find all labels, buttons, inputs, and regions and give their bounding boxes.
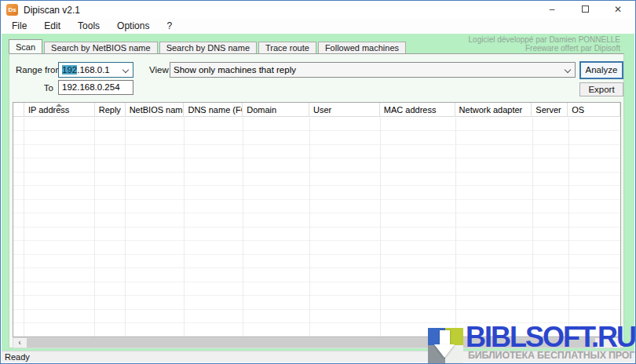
grid-column-line — [380, 118, 381, 337]
menu-item-help[interactable]: ? — [158, 18, 181, 34]
menu-item-tools[interactable]: Tools — [69, 18, 108, 34]
view-dropdown[interactable]: Show only machines that reply — [170, 62, 576, 78]
column-header-network-adapter[interactable]: Network adapter — [455, 103, 532, 117]
scroll-left-icon: ‹ — [18, 337, 21, 347]
to-input[interactable]: 192.168.0.254 — [58, 80, 133, 95]
column-header-mac-address[interactable]: MAC address — [380, 103, 455, 117]
download-arrow-icon — [440, 330, 450, 344]
app-window: Ds Dipiscan v2.1 – ✕ FileEditToolsOption… — [0, 0, 636, 364]
range-from-input[interactable]: 192.168.0.1 — [58, 62, 133, 78]
grid-column-line — [532, 118, 533, 337]
grid-column-line — [24, 118, 24, 337]
tab-search-by-dns-name[interactable]: Search by DNS name — [159, 42, 257, 53]
column-header-server[interactable]: Server — [532, 103, 568, 117]
close-button[interactable]: ✕ — [601, 2, 634, 18]
grid-column-line — [309, 118, 310, 337]
table-body — [13, 118, 620, 337]
grid-column-line — [94, 118, 95, 337]
analyze-button[interactable]: Analyze — [579, 61, 623, 79]
grid-column-line — [125, 118, 126, 337]
column-header-os[interactable]: OS — [568, 103, 620, 117]
app-icon: Ds — [6, 4, 18, 16]
watermark: BIBLSOFT.RU БИБЛИОТЕКА БЕСПЛАТНЫХ ПРОГРА… — [426, 324, 636, 364]
table-header-row: IP addressReplyNetBIOS nameDNS name (FQD… — [13, 103, 620, 117]
range-from-rest-text: .168.0.1 — [77, 65, 110, 75]
menu-item-file[interactable]: File — [3, 18, 35, 34]
menu-bar: FileEditToolsOptions? — [2, 18, 634, 34]
title-bar[interactable]: Ds Dipiscan v2.1 – ✕ — [2, 2, 634, 18]
tab-search-by-netbios-name[interactable]: Search by NetBIOS name — [44, 42, 158, 53]
tab-followed-machines[interactable]: Followed machines — [318, 42, 406, 53]
range-from-label: Range from — [16, 62, 63, 78]
credits-text: Logiciel développé par Damien PONNELLE F… — [469, 35, 620, 53]
chevron-down-icon — [565, 67, 571, 73]
menu-item-edit[interactable]: Edit — [35, 18, 69, 34]
maximize-icon — [582, 5, 589, 13]
sort-ascending-icon — [56, 104, 62, 107]
grid-column-line — [184, 118, 185, 337]
credits-line1: Logiciel développé par Damien PONNELLE — [469, 35, 620, 44]
watermark-title: BIBLSOFT.RU — [466, 321, 635, 354]
export-button[interactable]: Export — [579, 82, 623, 96]
watermark-subtitle: БИБЛИОТЕКА БЕСПЛАТНЫХ ПРОГРАММ — [468, 350, 636, 361]
to-value: 192.168.0.254 — [62, 81, 120, 94]
status-text: Ready — [5, 352, 30, 362]
column-header-user[interactable]: User — [309, 103, 380, 117]
to-label: To — [31, 80, 53, 96]
scan-tab-page: Range from 192.168.0.1 View Show only ma… — [9, 53, 624, 348]
chevron-down-icon — [122, 67, 129, 73]
grid-column-line — [243, 118, 243, 337]
biblsoft-logo-icon — [428, 328, 463, 363]
column-header-dns-name[interactable]: DNS name (FQ — [184, 103, 243, 117]
credits-line2: Freeware offert par Dipisoft — [469, 44, 620, 53]
grid-column-line — [455, 118, 456, 337]
column-header-domain[interactable]: Domain — [243, 103, 309, 117]
grid-column-line — [568, 118, 569, 337]
client-area: Logiciel développé par Damien PONNELLE F… — [2, 34, 634, 352]
range-from-value: 192.168.0.1 — [62, 63, 110, 77]
column-header-ip-address[interactable]: IP address — [24, 103, 95, 117]
menu-item-options[interactable]: Options — [108, 18, 158, 34]
minimize-icon: – — [550, 4, 555, 15]
column-header-reply[interactable]: Reply — [95, 103, 126, 117]
scroll-left-button[interactable]: ‹ — [13, 338, 26, 348]
column-header-netbios-name[interactable]: NetBIOS name — [126, 103, 185, 117]
tab-scan[interactable]: Scan — [9, 39, 42, 53]
tab-strip: ScanSearch by NetBIOS nameSearch by DNS … — [9, 39, 408, 53]
maximize-button[interactable] — [568, 2, 601, 18]
column-header-row-selector[interactable] — [13, 103, 24, 117]
results-table: IP addressReplyNetBIOS nameDNS name (FQD… — [13, 102, 621, 337]
minimize-button[interactable]: – — [535, 2, 568, 18]
view-dropdown-value: Show only machines that reply — [174, 63, 296, 77]
window-title: Dipiscan v2.1 — [24, 5, 80, 16]
view-label: View — [149, 62, 169, 78]
range-from-selected-text: 192 — [62, 65, 77, 75]
close-icon: ✕ — [614, 4, 622, 15]
tab-trace-route[interactable]: Trace route — [258, 42, 316, 53]
